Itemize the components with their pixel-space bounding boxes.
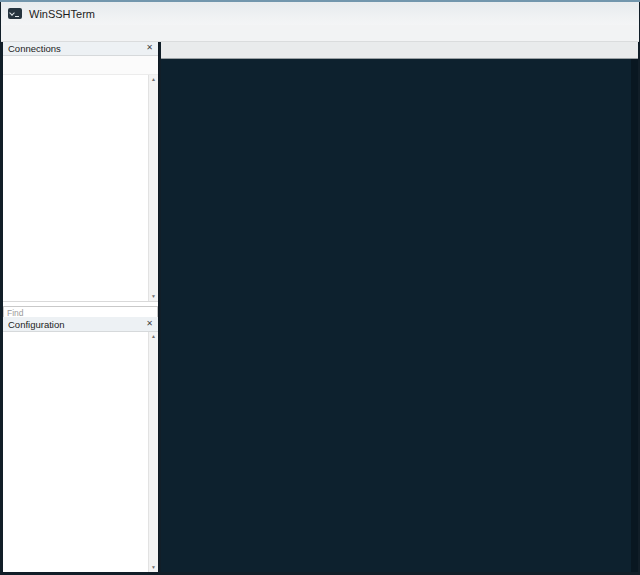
configuration-panel-header: Configuration ✕	[3, 317, 158, 332]
find-row	[3, 301, 158, 317]
configuration-scrollbar[interactable]: ▲ ▼	[148, 332, 158, 572]
window-top-border	[0, 0, 640, 2]
configuration-panel-title: Configuration	[8, 319, 65, 330]
terminal-tabbar	[161, 41, 638, 59]
connections-tree: ▲ ▼	[3, 75, 158, 301]
app-icon	[8, 8, 22, 19]
menubar	[1, 25, 639, 42]
tree-scrollbar[interactable]: ▲ ▼	[148, 75, 158, 301]
terminal-scrollbar[interactable]	[631, 59, 638, 572]
window-title: WinSSHTerm	[29, 8, 95, 20]
connections-toolbar	[3, 56, 158, 75]
configuration-close-icon[interactable]: ✕	[146, 320, 153, 328]
scroll-down-icon[interactable]: ▼	[151, 563, 156, 572]
left-panel: Connections ✕ ▲ ▼ Configuration ✕ ▲ ▼	[3, 41, 159, 572]
titlebar: WinSSHTerm	[1, 2, 639, 25]
terminal-region	[161, 41, 638, 572]
scroll-down-icon[interactable]: ▼	[151, 292, 156, 301]
connections-panel-title: Connections	[8, 43, 61, 54]
connections-close-icon[interactable]: ✕	[146, 44, 153, 52]
terminal-screen[interactable]	[161, 59, 638, 572]
connections-panel-header: Connections ✕	[3, 41, 158, 56]
scroll-up-icon[interactable]: ▲	[151, 75, 156, 84]
configuration-grid: ▲ ▼	[3, 332, 158, 572]
scroll-up-icon[interactable]: ▲	[151, 332, 156, 341]
